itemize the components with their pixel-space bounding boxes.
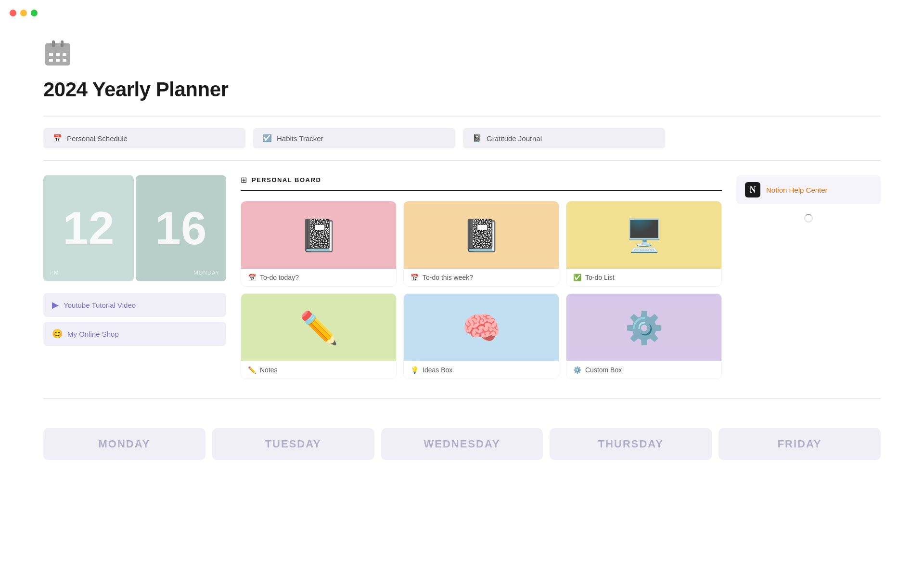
right-panel: N Notion Help Center xyxy=(736,175,881,379)
card-notes-footer: ✏️ Notes xyxy=(241,361,396,379)
day-tabs: MONDAY TUESDAY WEDNESDAY THURSDAY FRIDAY xyxy=(0,428,924,460)
day-tab-tuesday-label: TUESDAY xyxy=(265,438,321,450)
svg-rect-9 xyxy=(52,40,55,47)
tab-habits-tracker[interactable]: ☑️ Habits Tracker xyxy=(253,128,455,148)
card-custom-icon: ⚙️ xyxy=(573,366,581,374)
card-custom-image: ⚙️ xyxy=(566,294,721,361)
svg-rect-3 xyxy=(49,53,53,56)
card-notes-icon: ✏️ xyxy=(248,366,256,374)
day-tab-monday[interactable]: MONDAY xyxy=(43,428,205,460)
card-todo-list-footer: ✅ To-do List xyxy=(566,269,721,286)
day-tab-tuesday[interactable]: TUESDAY xyxy=(212,428,374,460)
tab-gratitude-journal-label: Gratitude Journal xyxy=(487,134,542,143)
card-notes-image: ✏️ xyxy=(241,294,396,361)
shop-icon: 😊 xyxy=(52,328,63,339)
page-title: 2024 Yearly Planner xyxy=(43,78,881,101)
calendar-icon xyxy=(43,39,72,67)
svg-rect-5 xyxy=(63,53,66,56)
shop-link-label: My Online Shop xyxy=(67,330,119,338)
checklist-tab-icon: ☑️ xyxy=(263,134,272,143)
svg-rect-6 xyxy=(49,59,53,62)
day-tab-wednesday-label: WEDNESDAY xyxy=(424,438,500,450)
card-custom-label: Custom Box xyxy=(585,366,622,374)
svg-rect-4 xyxy=(56,53,60,56)
main-content: 2024 Yearly Planner 📅 Personal Schedule … xyxy=(0,0,924,428)
card-notes[interactable]: ✏️ ✏️ Notes xyxy=(241,293,397,379)
calendar-tab-icon: 📅 xyxy=(53,134,62,143)
tab-personal-schedule[interactable]: 📅 Personal Schedule xyxy=(43,128,245,148)
svg-rect-7 xyxy=(56,59,60,62)
shop-link[interactable]: 😊 My Online Shop xyxy=(43,322,226,346)
traffic-lights xyxy=(10,10,38,16)
day-tab-monday-label: MONDAY xyxy=(99,438,151,450)
card-todo-today-footer: 📅 To-do today? xyxy=(241,269,396,286)
journal-tab-icon: 📓 xyxy=(473,134,482,143)
notion-help-card[interactable]: N Notion Help Center xyxy=(736,175,881,204)
bottom-divider xyxy=(43,398,881,399)
close-button[interactable] xyxy=(10,10,16,16)
card-todo-today-label: To-do today? xyxy=(260,274,299,281)
tab-habits-tracker-label: Habits Tracker xyxy=(277,134,323,143)
maximize-button[interactable] xyxy=(31,10,38,16)
card-todo-today-icon: 📅 xyxy=(248,274,256,281)
card-custom-footer: ⚙️ Custom Box xyxy=(566,361,721,379)
board-header: ⊞ PERSONAL BOARD xyxy=(241,175,722,191)
minimize-button[interactable] xyxy=(20,10,27,16)
youtube-link[interactable]: ▶ Youtube Tutorial Video xyxy=(43,293,226,317)
clock-minute: 16 MONDAY xyxy=(136,175,226,281)
card-todo-list[interactable]: 🖥️ ✅ To-do List xyxy=(566,201,722,287)
notebook-orange-icon: 📓 xyxy=(462,220,501,251)
content-divider xyxy=(43,160,881,161)
clock-ampm-label: PM xyxy=(50,270,59,276)
card-ideas-icon: 💡 xyxy=(411,366,419,374)
youtube-link-label: Youtube Tutorial Video xyxy=(64,301,136,309)
notion-logo-icon: N xyxy=(745,182,760,197)
gear-icon: ⚙️ xyxy=(625,312,664,343)
board-grid-icon: ⊞ xyxy=(241,175,247,184)
day-tab-thursday[interactable]: THURSDAY xyxy=(550,428,712,460)
card-todo-week-label: To-do this week? xyxy=(423,274,473,281)
clock-minute-number: 16 xyxy=(155,205,207,251)
card-notes-label: Notes xyxy=(260,366,278,374)
card-todo-list-label: To-do List xyxy=(585,274,615,281)
tab-gratitude-journal[interactable]: 📓 Gratitude Journal xyxy=(463,128,665,148)
card-todo-week-icon: 📅 xyxy=(411,274,419,281)
board-grid: 📓 📅 To-do today? 📓 📅 To-do this week? xyxy=(241,201,722,379)
brain-icon: 🧠 xyxy=(462,312,501,343)
clock-hour: 12 PM xyxy=(43,175,134,281)
left-panel: 12 PM 16 MONDAY ▶ Youtube Tutorial Video… xyxy=(43,175,226,379)
card-todo-week-image: 📓 xyxy=(404,201,559,269)
monitor-icon: 🖥️ xyxy=(625,220,664,251)
day-tab-friday-label: FRIDAY xyxy=(778,438,822,450)
clock-hour-number: 12 xyxy=(63,205,115,251)
tab-personal-schedule-label: Personal Schedule xyxy=(67,134,128,143)
card-ideas-box[interactable]: 🧠 💡 Ideas Box xyxy=(403,293,559,379)
card-todo-today[interactable]: 📓 📅 To-do today? xyxy=(241,201,397,287)
svg-rect-8 xyxy=(63,59,66,62)
pencil-icon: ✏️ xyxy=(299,312,338,343)
card-todo-list-icon: ✅ xyxy=(573,274,581,281)
board-title: PERSONAL BOARD xyxy=(252,176,321,184)
svg-rect-2 xyxy=(45,47,70,50)
card-todo-week-footer: 📅 To-do this week? xyxy=(404,269,559,286)
notebook-pink-icon: 📓 xyxy=(299,220,338,251)
card-todo-today-image: 📓 xyxy=(241,201,396,269)
card-todo-list-image: 🖥️ xyxy=(566,201,721,269)
card-ideas-label: Ideas Box xyxy=(423,366,452,374)
body-section: 12 PM 16 MONDAY ▶ Youtube Tutorial Video… xyxy=(43,175,881,379)
loading-spinner xyxy=(804,214,813,223)
clock-day-label: MONDAY xyxy=(194,270,219,276)
center-panel: ⊞ PERSONAL BOARD 📓 📅 To-do today? xyxy=(241,175,722,379)
page-header: 2024 Yearly Planner xyxy=(43,39,881,101)
card-custom-box[interactable]: ⚙️ ⚙️ Custom Box xyxy=(566,293,722,379)
svg-rect-10 xyxy=(61,40,64,47)
day-tab-friday[interactable]: FRIDAY xyxy=(719,428,881,460)
card-todo-week[interactable]: 📓 📅 To-do this week? xyxy=(403,201,559,287)
day-tab-wednesday[interactable]: WEDNESDAY xyxy=(381,428,543,460)
card-ideas-footer: 💡 Ideas Box xyxy=(404,361,559,379)
header-divider xyxy=(43,116,881,117)
youtube-icon: ▶ xyxy=(52,300,59,310)
tab-navigation: 📅 Personal Schedule ☑️ Habits Tracker 📓 … xyxy=(43,128,881,148)
day-tab-thursday-label: THURSDAY xyxy=(598,438,664,450)
clock-widget: 12 PM 16 MONDAY xyxy=(43,175,226,281)
